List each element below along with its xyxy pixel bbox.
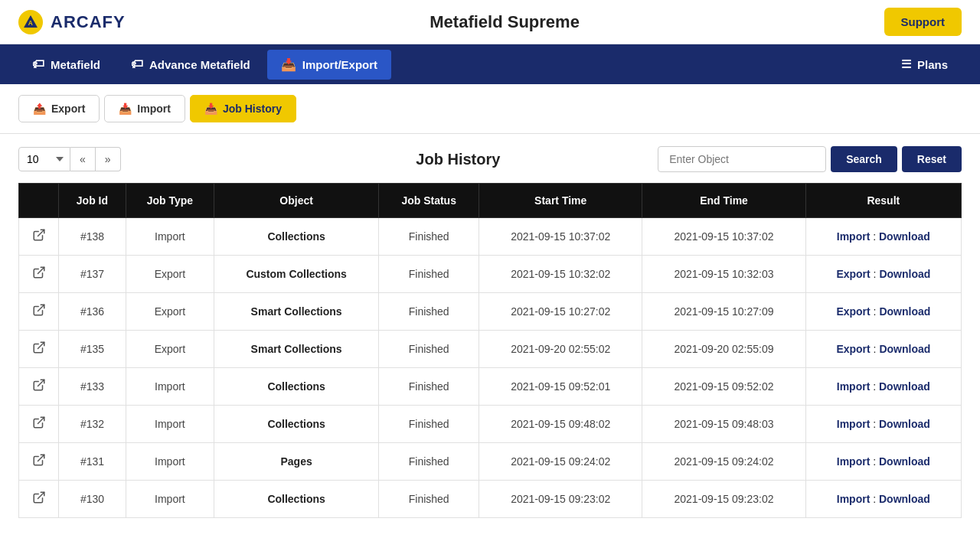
controls-row: 10 25 50 100 « » Job History Search Rese… [18,146,962,172]
row-job-type: Import [126,368,214,406]
result-prefix: Export [836,343,870,355]
row-object: Smart Collections [214,331,378,368]
table-row: #130 Import Collections Finished 2021-09… [19,481,962,518]
result-download-link[interactable]: Download [879,380,930,393]
import-label: Import [137,103,171,115]
svg-line-8 [38,455,44,461]
import-icon: 📥 [119,103,132,115]
plans-label: Plans [917,58,948,71]
row-end-time: 2021-09-15 10:32:03 [642,256,805,293]
row-result: Export : Download [805,293,961,331]
svg-line-4 [38,305,44,311]
row-job-type: Import [126,218,214,256]
row-icon-cell[interactable] [19,481,59,518]
result-prefix: Import [837,493,871,505]
svg-line-3 [38,267,44,273]
row-icon-cell[interactable] [19,256,59,293]
col-header-end-time: End Time [642,184,805,218]
import-export-icon: 📥 [281,57,296,72]
row-job-id: #136 [59,293,126,331]
row-job-id: #131 [59,443,126,481]
table-row: #137 Export Custom Collections Finished … [19,256,962,293]
result-download-link[interactable]: Download [879,493,930,505]
row-icon-cell[interactable] [19,368,59,406]
result-prefix: Import [837,455,871,468]
row-object: Collections [214,368,378,406]
per-page-select[interactable]: 10 25 50 100 [18,147,70,171]
row-icon-cell[interactable] [19,293,59,331]
search-button[interactable]: Search [831,146,897,172]
next-page-button[interactable]: » [96,147,121,171]
svg-line-9 [38,492,44,498]
row-result: Import : Download [805,406,961,443]
row-start-time: 2021-09-20 02:55:02 [479,331,642,368]
nav-item-metafield[interactable]: 🏷 Metafield [18,50,114,80]
row-end-time: 2021-09-15 09:48:03 [642,406,805,443]
col-header-job-status: Job Status [379,184,479,218]
job-history-button[interactable]: 📥 Job History [190,95,296,122]
prev-page-button[interactable]: « [70,147,96,171]
row-start-time: 2021-09-15 10:37:02 [479,218,642,256]
row-job-type: Export [126,293,214,331]
table-row: #132 Import Collections Finished 2021-09… [19,406,962,443]
nav-item-advance-metafield[interactable]: 🏷 Advance Metafield [117,50,264,80]
row-object: Collections [214,406,378,443]
result-download-link[interactable]: Download [879,305,930,318]
col-header-object: Object [214,184,378,218]
row-job-type: Export [126,331,214,368]
import-button[interactable]: 📥 Import [104,95,185,122]
row-icon-cell[interactable] [19,331,59,368]
row-job-id: #135 [59,331,126,368]
table-row: #135 Export Smart Collections Finished 2… [19,331,962,368]
result-download-link[interactable]: Download [879,418,930,430]
result-download-link[interactable]: Download [879,230,930,243]
row-result: Import : Download [805,218,961,256]
row-job-status: Finished [379,331,479,368]
result-download-link[interactable]: Download [879,268,930,280]
result-download-link[interactable]: Download [879,343,930,355]
row-end-time: 2021-09-15 09:52:02 [642,368,805,406]
row-result: Import : Download [805,443,961,481]
result-download-link[interactable]: Download [879,455,930,468]
table-title: Job History [259,151,658,168]
row-job-status: Finished [379,293,479,331]
row-job-status: Finished [379,368,479,406]
support-button[interactable]: Support [884,8,962,36]
result-prefix: Export [836,268,870,280]
svg-line-2 [38,230,44,236]
export-icon: 📤 [33,103,46,115]
col-header-action [19,184,59,218]
plans-icon: ☰ [901,57,911,71]
plans-button[interactable]: ☰ Plans [887,50,962,79]
row-icon-cell[interactable] [19,218,59,256]
row-job-status: Finished [379,256,479,293]
row-icon-cell[interactable] [19,443,59,481]
logo-text: ARCAFY [51,12,126,32]
job-history-label: Job History [223,103,282,115]
tag-icon: 🏷 [32,57,44,71]
nav-item-import-export[interactable]: 📥 Import/Export [267,50,391,80]
table-area: 10 25 50 100 « » Job History Search Rese… [0,134,980,530]
row-start-time: 2021-09-15 09:48:02 [479,406,642,443]
row-start-time: 2021-09-15 09:24:02 [479,443,642,481]
row-object: Collections [214,481,378,518]
row-start-time: 2021-09-15 10:32:02 [479,256,642,293]
reset-button[interactable]: Reset [902,146,962,172]
result-prefix: Export [836,305,870,318]
row-object: Pages [214,443,378,481]
row-end-time: 2021-09-15 10:27:09 [642,293,805,331]
row-job-id: #132 [59,406,126,443]
top-bar: A ARCAFY Metafield Supreme Support [0,0,980,44]
logo: A ARCAFY [18,10,126,34]
row-result: Export : Download [805,256,961,293]
nav-bar: 🏷 Metafield 🏷 Advance Metafield 📥 Import… [0,44,980,84]
export-button[interactable]: 📤 Export [18,95,100,122]
search-input[interactable] [658,146,826,172]
table-row: #133 Import Collections Finished 2021-09… [19,368,962,406]
nav-label-advance-metafield: Advance Metafield [149,58,250,71]
row-result: Import : Download [805,368,961,406]
row-icon-cell[interactable] [19,406,59,443]
row-job-type: Import [126,481,214,518]
table-body: #138 Import Collections Finished 2021-09… [19,218,962,518]
svg-line-6 [38,380,44,386]
